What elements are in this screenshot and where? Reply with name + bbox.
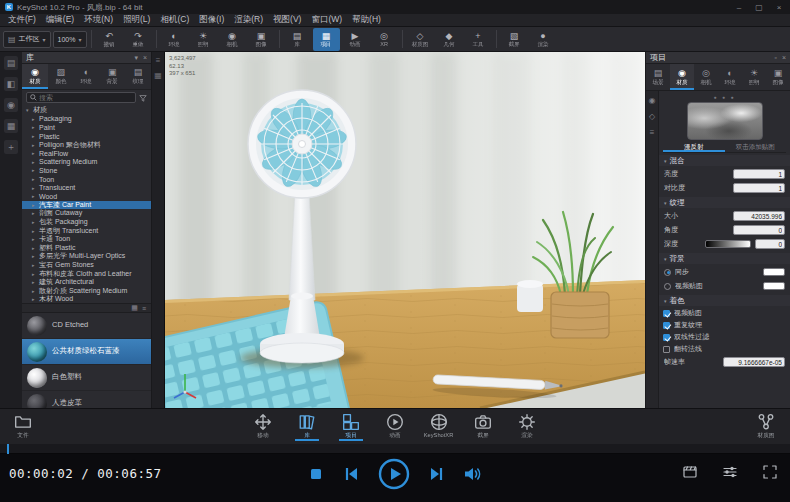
- library-toggle-button[interactable]: 库: [289, 411, 325, 440]
- dock-material-icon[interactable]: ◉: [4, 98, 18, 112]
- material-ball-icon[interactable]: ◉: [649, 96, 656, 105]
- play-button[interactable]: [377, 457, 411, 491]
- repeat-checkbox[interactable]: [663, 322, 670, 329]
- redo-button[interactable]: ↷重做: [125, 28, 152, 51]
- previous-frame-button[interactable]: [342, 465, 360, 483]
- playhead[interactable]: [7, 444, 9, 454]
- tree-item[interactable]: ▸RealFlow: [22, 149, 151, 158]
- brightness-input[interactable]: [733, 169, 785, 179]
- tree-item[interactable]: ▸Translucent: [22, 183, 151, 192]
- next-frame-button[interactable]: [428, 465, 446, 483]
- tab-material[interactable]: ◉材质: [670, 64, 694, 90]
- sync-radio[interactable]: [664, 269, 671, 276]
- grid-view-icon[interactable]: ▦: [131, 304, 138, 312]
- close-icon[interactable]: ×: [143, 54, 147, 62]
- angle-input[interactable]: [733, 225, 785, 235]
- tab-backplates[interactable]: ▣背景: [99, 64, 125, 89]
- tree-item[interactable]: ▸Stone: [22, 166, 151, 175]
- maximize-button[interactable]: ▢: [753, 3, 765, 12]
- project-button[interactable]: ▦项目: [313, 28, 340, 51]
- tab-environments[interactable]: ◐环境: [74, 64, 100, 89]
- tree-item[interactable]: ▸Poliigon 聚合物材料: [22, 140, 151, 149]
- render-button[interactable]: ●渲染: [530, 28, 557, 51]
- flip-normal-checkbox[interactable]: [663, 346, 670, 353]
- list-view-icon[interactable]: ≡: [142, 305, 146, 312]
- dock-settings-icon[interactable]: ＋: [4, 140, 18, 154]
- tab-scene[interactable]: ▤场景: [646, 64, 670, 90]
- tab-environment[interactable]: ◐环境: [718, 64, 742, 90]
- tools-button[interactable]: +工具: [465, 28, 492, 51]
- collapse-icon[interactable]: ▾: [134, 54, 138, 62]
- gradient-slider[interactable]: [705, 240, 751, 248]
- video-map-radio[interactable]: [664, 283, 671, 290]
- dock-library-icon[interactable]: ▤: [4, 56, 18, 70]
- minimize-button[interactable]: –: [733, 3, 745, 12]
- tree-item-root[interactable]: ▾材质: [22, 106, 151, 115]
- stop-button[interactable]: [307, 465, 325, 483]
- channel-diffuse[interactable]: 漫反射: [663, 142, 725, 152]
- tab-colors[interactable]: ▨颜色: [48, 64, 74, 89]
- panel-splitter[interactable]: ≡ ▦: [152, 52, 165, 408]
- material-item[interactable]: CD Etched: [22, 313, 151, 339]
- tab-materials[interactable]: ◉材质: [22, 64, 48, 89]
- material-item[interactable]: 白色塑料: [22, 365, 151, 391]
- tree-item[interactable]: ▸Packaging: [22, 115, 151, 124]
- tree-item[interactable]: ▸木材 Wood: [22, 295, 151, 303]
- menu-window[interactable]: 窗口(W): [306, 14, 347, 26]
- camera-button[interactable]: ◉相机: [219, 28, 246, 51]
- contrast-input[interactable]: [733, 183, 785, 193]
- menu-file[interactable]: 文件(F): [3, 14, 41, 26]
- screenshot-button[interactable]: 截屏: [465, 411, 501, 440]
- framerate-input[interactable]: [723, 357, 785, 367]
- menu-help[interactable]: 帮助(H): [347, 14, 386, 26]
- project-toggle-button[interactable]: 项目: [333, 411, 369, 440]
- animation-toggle-button[interactable]: 动画: [377, 411, 413, 440]
- color-swatch[interactable]: [763, 268, 785, 276]
- filter-icon[interactable]: [139, 94, 147, 102]
- menu-lighting[interactable]: 照明(L): [118, 14, 155, 26]
- size-input[interactable]: [733, 211, 785, 221]
- menu-render[interactable]: 渲染(R): [229, 14, 268, 26]
- render-button[interactable]: 渲染: [509, 411, 545, 440]
- grid-toggle-icon[interactable]: ▦: [154, 71, 162, 80]
- channel-add-map[interactable]: 双击添加贴图: [725, 142, 787, 152]
- pin-icon[interactable]: ▫: [774, 54, 776, 61]
- realtime-viewport[interactable]: 3,623,497 62.13 397 x 651: [165, 52, 645, 408]
- material-graph-button[interactable]: ◇材质图: [407, 28, 434, 51]
- tab-image[interactable]: ▣图像: [766, 64, 790, 90]
- timeline-track[interactable]: [0, 444, 790, 454]
- animation-button[interactable]: ▶动画: [342, 28, 369, 51]
- render-frame-icon[interactable]: [682, 464, 698, 480]
- section-shading[interactable]: ▾着色: [659, 295, 790, 306]
- section-blend[interactable]: ▾混合: [659, 155, 790, 166]
- tree-item[interactable]: ▸Toon: [22, 175, 151, 184]
- geometry-button[interactable]: ◆几何: [436, 28, 463, 51]
- search-input[interactable]: [39, 94, 132, 101]
- tab-textures[interactable]: ▤纹理: [125, 64, 151, 89]
- environment-button[interactable]: ◐环境: [161, 28, 188, 51]
- section-background[interactable]: ▾背景: [659, 253, 790, 264]
- tree-item[interactable]: ▸Scattering Medium: [22, 158, 151, 167]
- dock-texture-icon[interactable]: ▦: [4, 119, 18, 133]
- color-swatch[interactable]: [763, 282, 785, 290]
- volume-button[interactable]: [463, 465, 483, 483]
- dock-scene-icon[interactable]: ◧: [4, 77, 18, 91]
- material-item[interactable]: 人造皮革: [22, 391, 151, 408]
- menu-image[interactable]: 图像(I): [194, 14, 229, 26]
- move-tool-button[interactable]: 移动: [245, 411, 281, 440]
- close-icon[interactable]: ×: [782, 54, 786, 61]
- keyshotxr-button[interactable]: ◎XR: [371, 28, 398, 51]
- lighting-button[interactable]: ☀照明: [190, 28, 217, 51]
- cpu-usage-dropdown[interactable]: 100% ▾: [53, 31, 87, 48]
- tree-item[interactable]: ▸Paint: [22, 123, 151, 132]
- texture-preview[interactable]: [687, 102, 763, 140]
- material-item-selected[interactable]: 公共材质绿松石蓝漆: [22, 339, 151, 365]
- preview-carousel-dots[interactable]: ● ● ●: [663, 93, 786, 101]
- menu-view[interactable]: 视图(V): [268, 14, 306, 26]
- menu-edit[interactable]: 编辑(E): [41, 14, 79, 26]
- menu-camera[interactable]: 相机(C): [155, 14, 194, 26]
- workspace-dropdown[interactable]: ▤ 工作区 ▾: [3, 31, 51, 48]
- image-button[interactable]: ▣图像: [248, 28, 275, 51]
- tab-camera[interactable]: ◎相机: [694, 64, 718, 90]
- material-graph-icon[interactable]: ◇: [649, 112, 655, 121]
